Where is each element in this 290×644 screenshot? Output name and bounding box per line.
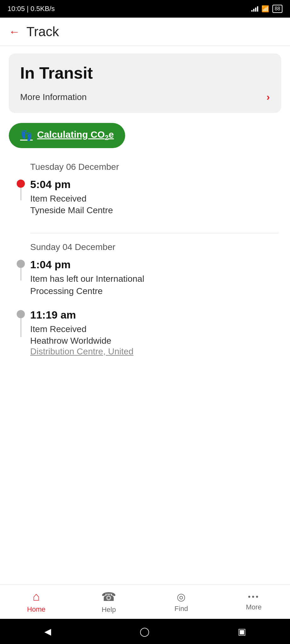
android-recents-button[interactable]: ▣ <box>238 626 246 637</box>
event-desc-3: Item Received <box>30 323 279 335</box>
nav-more-label: More <box>246 603 262 611</box>
main-content: In Transit More Information › 👣 Calculat… <box>0 46 290 584</box>
status-bar: 10:05 | 0.5KB/s 📶 88 <box>0 0 290 18</box>
event-time-2: 1:04 pm <box>30 258 279 271</box>
event-time-1: 5:04 pm <box>30 178 279 191</box>
dot-gray-3 <box>17 310 25 318</box>
date-sunday: Sunday 04 December <box>11 242 279 252</box>
android-home-button[interactable]: ◯ <box>140 626 149 637</box>
nav-find-label: Find <box>175 605 188 613</box>
help-icon: ☎ <box>101 590 116 604</box>
android-nav-bar: ◀ ◯ ▣ <box>0 619 290 644</box>
status-right: 📶 88 <box>251 5 282 13</box>
back-button[interactable]: ← <box>9 25 20 38</box>
timeline-left-2 <box>11 260 30 280</box>
event-loc-3: Heathrow Worldwide <box>30 336 279 346</box>
transit-status: In Transit <box>20 64 270 82</box>
wifi-icon: 📶 <box>261 5 269 13</box>
status-time: 10:05 | 0.5KB/s <box>8 5 55 13</box>
find-icon: ◎ <box>177 591 186 603</box>
nav-home-label: Home <box>27 605 46 613</box>
more-info-label: More Information <box>20 92 87 102</box>
timeline-content-2: 1:04 pm Item has left our InternationalP… <box>30 258 279 308</box>
footprint-icon: 👣 <box>20 130 33 142</box>
timeline-line-2 <box>20 268 21 280</box>
event-desc-2: Item has left our InternationalProcessin… <box>30 273 279 297</box>
event-desc-1: Item Received <box>30 192 279 205</box>
timeline-left-1 <box>11 180 30 200</box>
home-icon: ⌂ <box>33 590 40 603</box>
timeline-event-3: 11:19 am Item Received Heathrow Worldwid… <box>11 309 279 368</box>
transit-card: In Transit More Information › <box>9 53 281 113</box>
battery-icon: 88 <box>272 5 282 13</box>
nav-help[interactable]: ☎ Help <box>73 585 145 619</box>
timeline-line-3 <box>20 318 21 337</box>
event-time-3: 11:19 am <box>30 309 279 321</box>
page-title: Track <box>26 24 59 39</box>
nav-home[interactable]: ⌂ Home <box>0 585 73 619</box>
timeline: Tuesday 06 December 5:04 pm Item Receive… <box>9 162 281 368</box>
timeline-line-1 <box>20 188 21 200</box>
timeline-left-3 <box>11 310 30 337</box>
nav-help-label: Help <box>102 606 116 614</box>
android-back-button[interactable]: ◀ <box>44 626 51 637</box>
co2-button[interactable]: 👣 Calculating CO2e <box>9 123 125 148</box>
timeline-event-2: 1:04 pm Item has left our InternationalP… <box>11 258 279 308</box>
more-icon: ••• <box>248 592 259 601</box>
date-tuesday: Tuesday 06 December <box>11 162 279 172</box>
signal-icon <box>251 6 258 12</box>
nav-find[interactable]: ◎ Find <box>145 585 218 619</box>
bottom-nav: ⌂ Home ☎ Help ◎ Find ••• More <box>0 584 290 619</box>
event-loc-1: Tyneside Mail Centre <box>30 205 279 215</box>
app-header: ← Track <box>0 18 290 46</box>
divider-1 <box>30 233 279 233</box>
more-info-row[interactable]: More Information › <box>20 91 270 103</box>
timeline-event-1: 5:04 pm Item Received Tyneside Mail Cent… <box>11 178 279 227</box>
timeline-content-1: 5:04 pm Item Received Tyneside Mail Cent… <box>30 178 279 227</box>
nav-more[interactable]: ••• More <box>218 585 290 619</box>
chevron-right-icon: › <box>266 91 270 103</box>
timeline-content-3: 11:19 am Item Received Heathrow Worldwid… <box>30 309 279 368</box>
co2-label: Calculating CO2e <box>37 129 114 142</box>
dot-gray-2 <box>17 260 25 268</box>
dot-red-1 <box>17 180 25 188</box>
event-loc-3b: Distribution Centre, United <box>30 347 279 357</box>
